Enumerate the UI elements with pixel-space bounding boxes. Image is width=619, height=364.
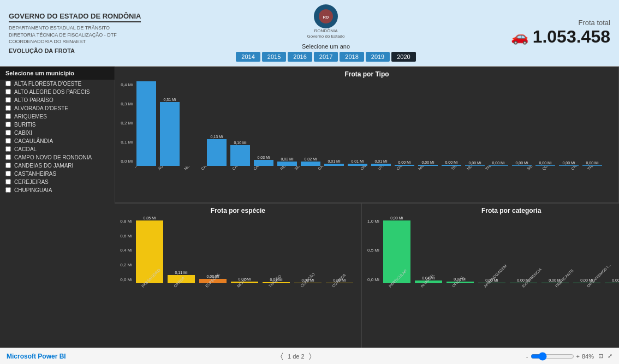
- tipo-bar-label: AUTOMOVEL: [158, 166, 181, 194]
- sidebar-checkbox[interactable]: [5, 146, 11, 152]
- tipo-bar-value: 0,00 Mi: [539, 161, 552, 165]
- tipo-bar-value: 0,13 Mi: [211, 135, 223, 139]
- year-2014-btn[interactable]: 2014: [236, 52, 260, 62]
- bar-label-col: ESPECIAL: [198, 283, 229, 308]
- tipo-bar-value: 0,00 Mi: [516, 161, 528, 165]
- year-2016-btn[interactable]: 2016: [288, 52, 312, 62]
- tipo-bar-label: CAMINHAO TRAT...: [324, 166, 351, 194]
- sidebar-item[interactable]: CANDEIAS DO JAMARI: [0, 162, 115, 170]
- tipo-bar-value: 0,02 Mi: [305, 157, 317, 161]
- sidebar-item[interactable]: CABIXI: [0, 129, 115, 137]
- sidebar-item[interactable]: CAMPO NOVO DE RONDONIA: [0, 153, 115, 162]
- sidebar-checkbox[interactable]: [5, 130, 11, 135]
- sidebar-item-label: CACAULÂNDIA: [14, 138, 53, 144]
- sidebar-checkbox[interactable]: [5, 187, 11, 193]
- bar-col: 0,00 Mi: [603, 278, 619, 283]
- bar-value: 0,11 Mi: [175, 271, 188, 275]
- sidebar-checkbox[interactable]: [5, 154, 11, 160]
- tipo-bar-label: CAMINHAO: [229, 166, 252, 194]
- tipo-bar-label: UTILITARIO: [375, 166, 398, 194]
- sidebar-item[interactable]: CHUPINGUAIA: [0, 186, 115, 194]
- sidebar-item[interactable]: CEREJEIRAS: [0, 178, 115, 186]
- zoom-plus-icon[interactable]: +: [576, 353, 580, 360]
- zoom-value: 84%: [582, 353, 594, 360]
- fit-icon[interactable]: ⊡: [598, 353, 603, 360]
- tipo-bar-label: MOTONETA: [182, 166, 205, 194]
- tipo-bar-label: CHARRETE: [568, 166, 591, 194]
- tipo-bar-value: 0,01 Mi: [352, 159, 364, 163]
- sidebar-checkbox[interactable]: [5, 163, 11, 168]
- tipo-bar-value: 0,00 Mi: [563, 161, 575, 165]
- tipo-bar-value: 0,00 Mi: [422, 160, 435, 164]
- sub-info: DEPARTAMENTO ESTADUAL DE TRÂNSITO DIRETO…: [9, 25, 117, 45]
- year-2018-btn[interactable]: 2018: [340, 52, 364, 62]
- tipo-bar-col: 0,02 Mi: [276, 157, 299, 166]
- logo-area: RO RONDÔNIAGoverno do Estado: [307, 4, 345, 40]
- sidebar-checkbox[interactable]: [5, 122, 11, 127]
- tipo-bar-label: CAMIONETA: [253, 166, 276, 194]
- especie-bars-container: 0,85 Mi0,11 Mi0,06 Mi0,02 Mi0,01 Mi0,00 …: [134, 218, 358, 283]
- tipo-bar-col: 0,00 Mi: [510, 161, 533, 166]
- sidebar-checkbox[interactable]: [5, 81, 11, 86]
- sidebar-item-label: CEREJEIRAS: [14, 179, 49, 185]
- year-2017-btn[interactable]: 2017: [314, 52, 338, 62]
- sidebar-items-list: ALTA FLORESTA D'OESTEALTO ALEGRE DOS PAR…: [0, 80, 115, 194]
- svg-text:RO: RO: [323, 15, 329, 19]
- tipo-bars-scroll[interactable]: 0,41 Mi0,31 Mi0,13 Mi0,10 Mi0,03 Mi0,02 …: [135, 81, 615, 194]
- header-center: RO RONDÔNIAGoverno do Estado Selecione u…: [236, 4, 415, 62]
- zoom-slider[interactable]: [531, 352, 574, 361]
- frota-tipo-title: Frota por Tipo: [115, 67, 618, 81]
- sidebar-checkbox[interactable]: [5, 89, 11, 94]
- categoria-y-axis: 1,0 Mi 0,5 Mi 0,0 Mi: [365, 218, 382, 308]
- sidebar-checkbox[interactable]: [5, 171, 11, 176]
- bar-label-col: FABRICANTE: [548, 283, 579, 308]
- sidebar-item[interactable]: ARIQUEMES: [0, 112, 115, 121]
- year-2015-btn[interactable]: 2015: [262, 52, 286, 62]
- sidebar-item[interactable]: CASTANHEIRAS: [0, 170, 115, 178]
- tipo-bar: [254, 160, 273, 166]
- especie-y-axis: 0,8 Mi 0,6 Mi 0,4 Mi 0,2 Mi 0,0 Mi: [118, 218, 134, 308]
- tipo-bar-label: QUADRICICLO: [545, 166, 568, 194]
- sidebar-checkbox[interactable]: [5, 179, 11, 184]
- sidebar-checkbox[interactable]: [5, 114, 11, 119]
- sidebar-item[interactable]: ALTO ALEGRE DOS PARECIS: [0, 88, 115, 96]
- tipo-bar-value: 0,00 Mi: [469, 161, 481, 165]
- prev-page-btn[interactable]: 〈: [281, 351, 283, 361]
- header: GOVERNO DO ESTADO DE RONDÔNIA DEPARTAMEN…: [0, 0, 619, 67]
- categoria-labels-container: PARTICULARALUGUELOFICIALAPRENDIZAGEMEXPE…: [382, 283, 619, 308]
- sidebar-checkbox[interactable]: [5, 138, 11, 144]
- main-content: Selecione um município ALTA FLORESTA D'O…: [0, 67, 619, 348]
- sidebar-checkbox[interactable]: [5, 97, 11, 103]
- tipo-bar-col: 0,02 Mi: [299, 157, 322, 166]
- sidebar-checkbox[interactable]: [5, 105, 11, 111]
- sidebar-item[interactable]: ALTA FLORESTA D'OESTE: [0, 80, 115, 88]
- sidebar-item-label: CASTANHEIRAS: [14, 171, 56, 177]
- zoom-minus-icon[interactable]: -: [526, 353, 528, 360]
- year-2020-btn[interactable]: 2020: [391, 52, 415, 62]
- sidebar-item[interactable]: CACOAL: [0, 145, 115, 153]
- sidebar-item[interactable]: ALVORADA D'OESTE: [0, 104, 115, 112]
- next-page-btn[interactable]: 〉: [309, 351, 312, 361]
- categoria-bars-area: 0,99 Mi0,04 Mi0,02 Mi0,00 Mi0,00 Mi0,00 …: [382, 218, 619, 308]
- sidebar-item[interactable]: BURITIS: [0, 121, 115, 129]
- sidebar-item[interactable]: ALTO PARAÍSO: [0, 96, 115, 104]
- powerbi-brand: Microsoft Power BI: [7, 353, 66, 360]
- sidebar-item[interactable]: CACAULÂNDIA: [0, 137, 115, 145]
- tipo-bars-container: 0,41 Mi0,31 Mi0,13 Mi0,10 Mi0,03 Mi0,02 …: [135, 81, 615, 166]
- sidebar-item-label: BURITIS: [14, 122, 35, 128]
- tipo-bar: [160, 102, 180, 166]
- tipo-bar-label: MICROONIBUS: [422, 166, 445, 194]
- page-nav: 〈 1 de 2 〉: [281, 351, 312, 361]
- tipo-bar: [230, 145, 250, 166]
- bar-label-col: CARGA: [166, 283, 197, 308]
- tipo-bar-value: 0,00 Mi: [445, 160, 458, 164]
- year-2019-btn[interactable]: 2019: [366, 52, 390, 62]
- tipo-bar-label: MOTOCICLETA: [135, 166, 158, 194]
- tipo-bar-col: 0,10 Mi: [229, 141, 252, 166]
- expand-icon[interactable]: ⤢: [608, 353, 612, 360]
- tipo-bar-value: 0,00 Mi: [398, 160, 411, 164]
- bar-rect: [136, 220, 163, 283]
- especie-bars-area: 0,85 Mi0,11 Mi0,06 Mi0,02 Mi0,01 Mi0,00 …: [134, 218, 358, 308]
- bar-label-col: TRAÇÃO: [261, 283, 292, 308]
- tipo-bar-col: 0,00 Mi: [393, 160, 416, 166]
